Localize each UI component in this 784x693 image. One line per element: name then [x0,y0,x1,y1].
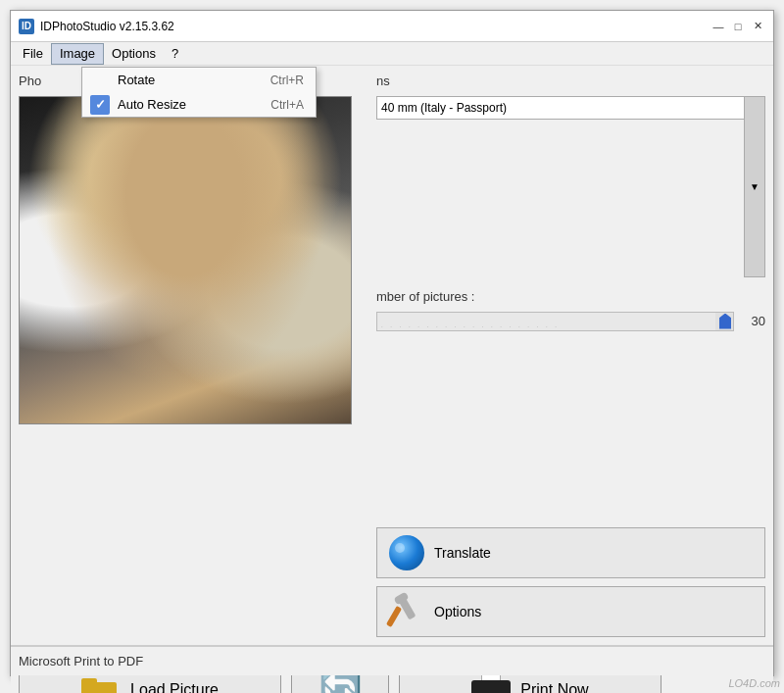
menu-auto-resize-item[interactable]: ✓ Auto Resize Ctrl+A [82,92,316,117]
cat-photo [20,97,351,423]
statusbar: Microsoft Print to PDF [11,646,773,675]
auto-resize-shortcut: Ctrl+A [270,98,304,112]
options-button[interactable]: Options [376,586,765,637]
folder-icon: ↗ [81,674,121,694]
minimize-button[interactable]: — [710,19,726,34]
right-panel: ns 40 mm (Italy - Passport) ▼ mber of pi… [376,74,765,637]
window-title: IDPhotoStudio v2.15.3.62 [40,20,710,33]
menu-image[interactable]: Image [51,43,104,65]
titlebar: ID IDPhotoStudio v2.15.3.62 — □ ✕ [11,11,773,42]
rotate-shortcut: Ctrl+R [270,74,304,87]
slider-value: 30 [742,314,765,328]
num-pictures-label: mber of pictures : [376,289,765,304]
left-panel: Pho [19,74,367,637]
maximize-button[interactable]: □ [730,19,746,34]
translate-label: Translate [434,545,491,561]
format-select-wrapper: 40 mm (Italy - Passport) ▼ [376,96,765,277]
format-select[interactable]: 40 mm (Italy - Passport) [376,96,765,120]
auto-resize-label: Auto Resize [118,97,186,112]
screwdriver-icon [386,606,402,627]
options-label: ns [376,74,765,88]
status-text: Microsoft Print to PDF [19,654,143,668]
load-picture-label: Load Picture [130,681,219,694]
photo-preview [19,96,352,424]
close-button[interactable]: ✕ [750,19,765,34]
menu-file[interactable]: File [15,43,51,65]
folder-arrow-icon: ↗ [111,688,124,694]
options-label-btn: Options [434,604,481,619]
slider-row: · · · · · · · · · · · · · · · · · · · · … [376,312,765,331]
printer-body [471,680,511,694]
main-window: ID IDPhotoStudio v2.15.3.62 — □ ✕ File I… [10,10,774,676]
rotate-label: Rotate [118,73,155,87]
globe-icon [389,535,424,570]
image-dropdown-menu: Rotate Ctrl+R ✓ Auto Resize Ctrl+A [81,67,317,118]
main-content: Pho ns 40 mm (Italy - Passport) ▼ mber o… [11,66,773,645]
select-arrow-icon: ▼ [744,96,765,277]
num-pictures-slider[interactable]: · · · · · · · · · · · · · · · · · · · · [376,312,734,331]
window-controls: — □ ✕ [710,19,765,34]
menu-rotate-item[interactable]: Rotate Ctrl+R [82,68,316,92]
watermark: LO4D.com [728,677,780,689]
tools-icon [389,594,424,629]
menu-help[interactable]: ? [164,43,186,65]
translate-button[interactable]: Translate [376,527,765,578]
print-now-label: Print Now [520,681,588,694]
checkmark-icon: ✓ [90,95,110,115]
menu-options[interactable]: Options [104,43,164,65]
app-icon: ID [19,19,34,34]
menubar: File Image Options ? [11,42,773,66]
slider-dots: · · · · · · · · · · · · · · · · · · · · [377,324,733,328]
